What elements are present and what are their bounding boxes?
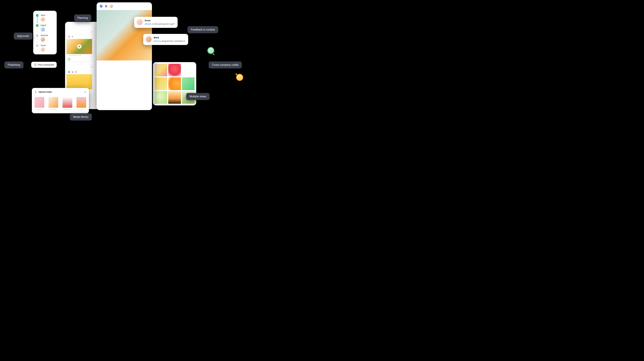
post-thumbnail (66, 39, 92, 54)
calendar-cell[interactable]: 2 ✓ (65, 30, 94, 65)
approvals-tag: Approvals (14, 33, 32, 40)
approval-step: ✓ Jack (36, 14, 54, 23)
approval-step: ✓ Ingrid (36, 24, 54, 33)
approver-name: Ingrid (40, 24, 46, 27)
approval-step: Anne (36, 44, 54, 52)
gallery-tile[interactable] (182, 64, 194, 76)
approvals-card: ✓ Jack ✓ Ingrid Samuel Ann (33, 11, 57, 54)
post-thumbnail (66, 74, 92, 89)
gallery-tile[interactable] (155, 64, 167, 76)
avatar (146, 36, 152, 42)
media-item[interactable] (62, 97, 72, 110)
instagram-icon (110, 5, 113, 8)
media-item[interactable] (34, 97, 44, 110)
clock-icon (34, 64, 36, 66)
x-icon (105, 5, 108, 8)
comment-text: @Mark is this post good to go? (144, 23, 174, 26)
approval-step: Samuel (36, 34, 54, 43)
check-icon: ✓ (36, 24, 38, 27)
play-icon (77, 44, 82, 49)
gallery-tile[interactable] (155, 77, 167, 90)
gallery-tile[interactable] (182, 77, 194, 90)
x-icon (71, 71, 74, 73)
comment-text: @Anna all good let's schedule it. (154, 40, 185, 43)
cross-collab-tag: Cross-company collab (209, 62, 242, 69)
svg-rect-5 (75, 71, 77, 73)
facebook-icon (100, 5, 103, 8)
comment-bubble[interactable]: Anna @Mark is this post good to go? (134, 17, 178, 28)
facebook-icon (68, 71, 70, 73)
calendar-post-card[interactable] (66, 70, 92, 90)
publishing-tag: Publishing (4, 62, 24, 69)
cursor-icon (213, 53, 216, 56)
feedback-tag: Feedback in context (188, 26, 218, 33)
svg-point-14 (112, 5, 112, 6)
collab-avatar (207, 47, 214, 54)
avatar (40, 47, 45, 52)
comment-bubble[interactable]: Mark @Anna all good let's schedule it. (143, 34, 188, 45)
avatar (40, 37, 45, 42)
post-scheduled-pill: Post scheduled (31, 62, 57, 68)
instagram-icon (75, 71, 77, 73)
instagram-icon (68, 36, 70, 38)
avatar (40, 17, 45, 22)
tiktok-icon (71, 36, 74, 38)
svg-point-13 (111, 6, 112, 7)
media-library-dialog: Upload media ✕ (32, 88, 89, 113)
approver-name: Anne (40, 44, 46, 47)
post-scheduled-label: Post scheduled (38, 64, 54, 66)
calendar-post-card[interactable]: ✓ (66, 35, 92, 62)
pending-dot-icon (36, 44, 38, 47)
svg-point-6 (76, 72, 76, 72)
svg-point-2 (69, 37, 70, 37)
approved-icon: ✓ (68, 58, 70, 61)
media-library-tag: Media library (70, 113, 92, 121)
approver-name: Samuel (40, 34, 48, 37)
media-item[interactable] (76, 97, 86, 110)
approver-name: Jack (40, 14, 45, 17)
upload-icon (34, 91, 37, 93)
gallery-tile[interactable] (168, 77, 181, 90)
calendar-date: 9 (91, 66, 92, 68)
mention[interactable]: @Mark (144, 23, 152, 25)
mention[interactable]: @Anna (154, 40, 161, 42)
calendar-date: 2 (91, 31, 92, 33)
gallery-tile[interactable] (168, 64, 181, 76)
check-icon: ✓ (36, 14, 38, 17)
planning-tag: Planning (74, 15, 91, 22)
svg-rect-12 (110, 5, 112, 8)
close-icon[interactable]: ✕ (84, 91, 86, 93)
gallery-tile[interactable] (155, 91, 167, 104)
avatar (136, 19, 142, 25)
media-item[interactable] (48, 97, 58, 110)
avatar (40, 27, 45, 32)
comment-author: Anna (144, 19, 174, 22)
media-title: Upload media (38, 91, 52, 93)
comment-author: Mark (154, 36, 185, 39)
gallery-tile[interactable] (168, 91, 181, 104)
multiple-views-tag: Multiple views (186, 93, 210, 100)
pending-dot-icon (36, 34, 38, 37)
